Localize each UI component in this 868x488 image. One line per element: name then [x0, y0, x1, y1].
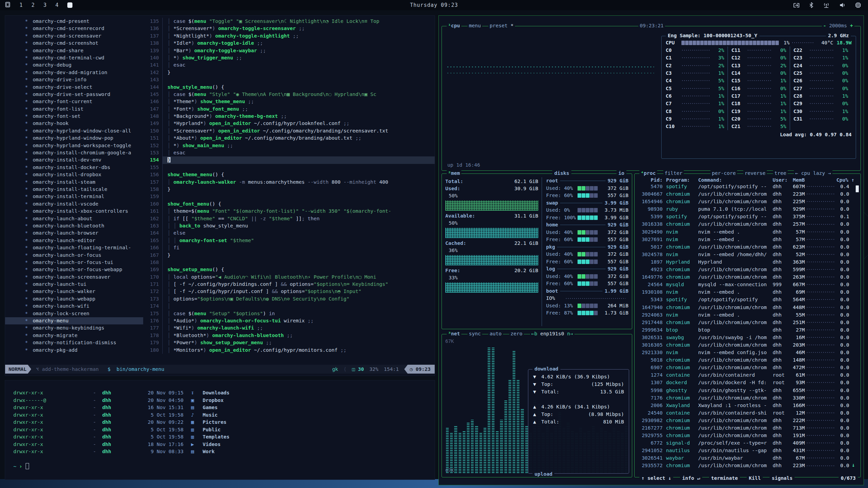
file-entry[interactable]: *omarchy-launch-browser	[5, 229, 143, 237]
tab-cpu[interactable]: ¹cpu	[447, 23, 461, 28]
file-entry[interactable]: *omarchy-cmd-share	[5, 47, 143, 54]
process-row[interactable]: 98930rubypuma 7.1.0 (tcp://localdhh929M0…	[638, 205, 858, 213]
file-entry[interactable]: *omarchy-drive-info	[5, 76, 143, 83]
net-interface-switch[interactable]: ←b enp191s0 n→	[530, 331, 574, 336]
process-row[interactable]: 7176chromium/usr/lib/chromium/chromdhh33…	[638, 394, 858, 402]
proc-tree-button[interactable]: tree	[773, 170, 788, 176]
editor-row[interactable]: *omarchy-menu-keybindings177│ *Wifi*) om…	[5, 324, 435, 332]
process-row[interactable]: 3016305chromium/usr/lib/chromium/chromdh…	[638, 341, 858, 349]
directory-name[interactable]: Music	[203, 412, 435, 419]
editor-row[interactable]: *omarchy-launch-webapp173│ options="$opt…	[5, 295, 435, 303]
file-entry[interactable]: *omarchy-launch-screensaver	[5, 274, 143, 281]
process-row[interactable]: 3026531swaybg/usr/bin/swaybg -i /homdhh1…	[638, 334, 858, 341]
directory-name[interactable]: Templates	[203, 433, 435, 441]
editor-row[interactable]: *omarchy-hyprland-workspace-toggle152│ *…	[5, 142, 435, 149]
process-row[interactable]: 1649776chromium/usr/lib/chromium/chromdh…	[638, 273, 858, 281]
process-row[interactable]: 6772signal-d/proc/self/exe --type=rdhh40…	[638, 439, 858, 447]
process-row[interactable]: 2999634btopbtopdhh27M0.0	[638, 326, 858, 334]
editor-row[interactable]: *omarchy-launch-floating-terminal-166│ f…	[5, 244, 435, 251]
file-entry[interactable]: *omarchy-install-dev-env	[5, 156, 143, 164]
editor-row[interactable]: *omarchy-font-current146│ *Theme*) show_…	[5, 98, 435, 105]
process-row[interactable]: 6907chromium/usr/lib/chromium/chromdhh47…	[638, 364, 858, 371]
proc-sort-selector[interactable]: ← cpu lazy →	[794, 170, 832, 176]
process-row[interactable]: 5018chromium/usr/lib/chromium/chromdhh14…	[638, 356, 858, 364]
file-entry[interactable]: *omarchy-install-terminal	[5, 193, 143, 200]
editor-row[interactable]: *omarchy-cmd-screenshot138│ *Idle*) omar…	[5, 40, 435, 47]
process-row[interactable]: 5998ghostty/usr/bin/ghostty --gtk-dhh655…	[638, 387, 858, 394]
file-entry[interactable]: *omarchy-install-docker-dbs	[5, 164, 143, 171]
file-entry[interactable]: *omarchy-cmd-screensaver	[5, 32, 143, 40]
file-entry[interactable]: *omarchy-launch-or-focus	[5, 252, 143, 259]
editor-terminal-window[interactable]: *omarchy-cmd-present135│ case $(menu "To…	[5, 15, 435, 376]
process-table[interactable]: 5470spotify/opt/spotify/spotify --dhh607…	[635, 182, 860, 470]
tab-proc[interactable]: ⁴proc	[639, 170, 657, 176]
process-row[interactable]: 2935572chromium/usr/lib/chromium/chromdh…	[638, 462, 858, 469]
editor-row[interactable]: *omarchy-menu176│ *Audio*) omarchy-launc…	[5, 317, 435, 324]
file-entry[interactable]: *omarchy-install-steam	[5, 179, 143, 186]
editor-row[interactable]: *omarchy-cmd-screenrecord136│ *Screensav…	[5, 25, 435, 32]
file-entry[interactable]: *omarchy-cmd-screenshot	[5, 40, 143, 47]
proc-filter-button[interactable]: filter	[663, 170, 684, 176]
process-row[interactable]: 3026541waybar/usr/bin/waybardhh67M0.0	[638, 454, 858, 462]
process-row[interactable]: 3029490nvimnvim --embed .dhh57M0.0	[638, 228, 858, 236]
file-entry[interactable]: *omarchy-menu-keybindings	[5, 324, 143, 332]
directory-name[interactable]: Dropbox	[203, 397, 435, 404]
process-row[interactable]: 5343spotify/opt/spotify/spotifydhh564M0.…	[638, 296, 858, 303]
file-entry[interactable]: *omarchy-hyprland-workspace-toggle	[5, 142, 143, 149]
editor-row[interactable]: *omarchy-install-dev-env154}	[5, 156, 435, 164]
file-entry[interactable]: *omarchy-launch-webapp	[5, 295, 143, 303]
file-entry[interactable]: *omarchy-font-list	[5, 106, 143, 113]
editor-row[interactable]: *omarchy-dev-add-migration142}	[5, 69, 435, 76]
editor-row[interactable]: *omarchy-launch-or-focus-tui168	[5, 259, 435, 266]
editor-row[interactable]: *omarchy-launch-or-focus-webapp169show_s…	[5, 266, 435, 273]
file-entry[interactable]: *omarchy-launch-tui	[5, 281, 143, 288]
proc-percore-button[interactable]: per-core	[710, 170, 737, 176]
editor-row[interactable]: *omarchy-launch-wifi174│	[5, 303, 435, 310]
editor-row[interactable]: *omarchy-launch-walker172│ [ -f ~/.confi…	[5, 288, 435, 295]
file-entry[interactable]: *omarchy-notification-dismiss	[5, 339, 143, 346]
file-entry[interactable]: *omarchy-launch-wifi	[5, 303, 143, 310]
editor-row[interactable]: *omarchy-install-chromium-google-a153│ e…	[5, 149, 435, 156]
file-entry[interactable]: *omarchy-hyprland-window-pop	[5, 135, 143, 142]
tab-mem[interactable]: ²mem	[447, 170, 461, 176]
process-row[interactable]: 1307dockerd/usr/bin/dockerd -H fd:root93…	[638, 379, 858, 386]
file-entry[interactable]: *omarchy-cmd-terminal-cwd	[5, 54, 143, 61]
io-toggle[interactable]: io	[616, 170, 626, 176]
editor-row[interactable]: *omarchy-cmd-share139│ *Bar*) omarchy-to…	[5, 47, 435, 54]
file-entry[interactable]: *omarchy-lock-screen	[5, 310, 143, 317]
editor-row[interactable]: *omarchy-install-dropbox156show_theme_me…	[5, 171, 435, 178]
file-entry[interactable]: *omarchy-install-chromium-google-a	[5, 149, 143, 156]
file-entry[interactable]: *omarchy-launch-editor	[5, 237, 143, 244]
process-row[interactable]: 1647940chromium/usr/lib/chromium/chromdh…	[638, 304, 858, 311]
process-row[interactable]: 2941052nautilus/usr/bin/nautilus --gapdh…	[638, 447, 858, 454]
process-row[interactable]: 2167277chromium/usr/lib/chromium/chromdh…	[638, 424, 858, 432]
editor-split-view[interactable]: *omarchy-cmd-present135│ case $(menu "To…	[5, 18, 435, 354]
proc-reverse-button[interactable]: reverse	[743, 170, 767, 176]
editor-row[interactable]: *omarchy-launch-browser164│ else	[5, 229, 435, 237]
directory-name[interactable]: Work	[203, 448, 435, 456]
directory-name[interactable]: Public	[203, 426, 435, 434]
file-entry[interactable]: *omarchy-cmd-present	[5, 18, 143, 25]
file-entry[interactable]: *omarchy-launch-or-focus-tui	[5, 259, 143, 266]
file-entry[interactable]: *omarchy-pkg-add	[5, 347, 143, 354]
info-key[interactable]: info ↵	[680, 475, 702, 481]
signals-key[interactable]: signals	[770, 475, 795, 481]
net-auto-button[interactable]: auto	[488, 331, 503, 336]
editor-row[interactable]: *omarchy-hook149│ *Hyprland*) open_in_ed…	[5, 120, 435, 127]
process-row[interactable]: 24540containe/usr/bin/containerd-shiroot…	[638, 409, 858, 417]
process-row[interactable]: 2921330nvimnvim --embed config.jsodhh46M…	[638, 349, 858, 356]
net-sync-button[interactable]: sync	[467, 331, 482, 336]
directory-name[interactable]: Games	[203, 404, 435, 412]
file-entry[interactable]: *omarchy-hyprland-window-close-all	[5, 127, 143, 135]
btop-monitor-window[interactable]: ¹cpu menu preset * 09:23:21 - 2000ms + E…	[438, 15, 864, 485]
editor-row[interactable]: *omarchy-cmd-screensaver137│ *Nightlight…	[5, 32, 435, 40]
process-row[interactable]: 24564mysqldmysqld --max-connection999667…	[638, 281, 858, 288]
process-row[interactable]: 2006XwaylandXwayland :1 -rootless -dhh16…	[638, 402, 858, 409]
editor-row[interactable]: *omarchy-drive-info143	[5, 76, 435, 83]
editor-row[interactable]: *omarchy-lock-screen175│ case $(menu "Se…	[5, 310, 435, 317]
file-entry[interactable]: *omarchy-launch-floating-terminal-	[5, 244, 143, 251]
shell-prompt[interactable]: ~›	[13, 463, 435, 470]
tab-net[interactable]: ³net	[447, 331, 461, 336]
process-row[interactable]: 3016338chromium/usr/lib/chromium/chromdh…	[638, 220, 858, 228]
editor-row[interactable]: *omarchy-font-set148│ *Background*) omar…	[5, 113, 435, 120]
